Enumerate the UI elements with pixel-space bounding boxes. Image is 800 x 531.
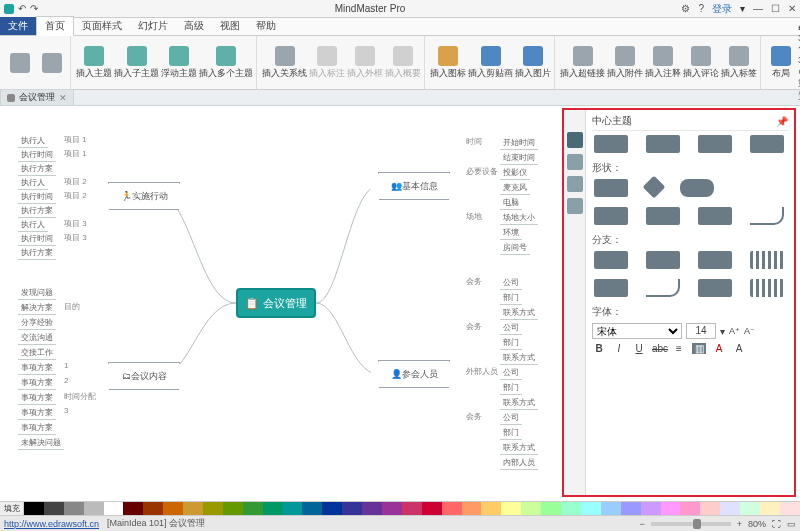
branch-se[interactable]: 👤 参会人员 [378,360,450,388]
leaf-node[interactable]: 部门 [500,336,522,350]
insert-note-button[interactable]: 插入注释 [645,46,681,80]
minimize-icon[interactable]: — [753,3,763,14]
strike-button[interactable]: abc [652,343,666,354]
insert-hyperlink-button[interactable]: 插入超链接 [560,46,605,80]
color-swatch[interactable] [561,502,581,515]
leaf-node[interactable]: 结束时间 [500,151,538,165]
leaf-node[interactable]: 投影仪 [500,166,530,180]
color-swatch[interactable] [760,502,780,515]
color-swatch[interactable] [422,502,442,515]
color-swatch[interactable] [223,502,243,515]
insert-attachment-button[interactable]: 插入附件 [607,46,643,80]
color-swatch[interactable] [700,502,720,515]
color-swatch[interactable] [263,502,283,515]
leaf-node[interactable]: 未解决问题 [18,436,64,450]
insert-subtopic-button[interactable]: 插入子主题 [114,46,159,80]
panel-tab-shape[interactable] [567,176,583,192]
clipboard-button[interactable] [37,53,67,73]
color-swatch[interactable] [521,502,541,515]
leaf-node[interactable]: 部门 [500,291,522,305]
insert-icon-button[interactable]: 插入图标 [430,46,466,80]
color-swatch[interactable] [104,502,124,515]
leaf-node[interactable]: 公司 [500,276,522,290]
color-swatch[interactable] [243,502,263,515]
insert-image-button[interactable]: 插入图片 [515,46,551,80]
color-swatch[interactable] [64,502,84,515]
layout-button[interactable]: 布局 [766,46,796,80]
branch-option[interactable] [594,251,628,269]
color-swatch[interactable] [720,502,740,515]
leaf-node[interactable]: 事项方案 [18,421,56,435]
color-swatch[interactable] [143,502,163,515]
branch-option[interactable] [750,251,784,269]
insert-clipart-button[interactable]: 插入剪贴画 [468,46,513,80]
shape-option[interactable] [732,179,766,197]
status-url[interactable]: http://www.edrawsoft.cn [4,519,99,529]
branch-sw[interactable]: 🗂 会议内容 [108,362,180,390]
help-icon[interactable]: ? [698,3,704,14]
align-button[interactable]: ≡ [672,343,686,354]
color-swatch[interactable] [203,502,223,515]
tab-home[interactable]: 首页 [36,16,74,36]
highlight-button[interactable]: ▥ [692,343,706,354]
shape-option[interactable] [698,207,732,225]
center-topic[interactable]: 📋会议管理 [236,288,316,318]
leaf-node[interactable]: 开始时间 [500,136,538,150]
floating-topic-button[interactable]: 浮动主题 [161,46,197,80]
leaf-node[interactable]: 执行人 [18,176,48,190]
leaf-node[interactable]: 事项方案 [18,406,56,420]
tab-help[interactable]: 帮助 [248,17,284,35]
color-swatch[interactable] [581,502,601,515]
fit-page-icon[interactable]: ⛶ [772,519,781,529]
font-size-input[interactable]: 14 [686,323,716,339]
italic-button[interactable]: I [612,343,626,354]
font-increase-button[interactable]: A⁺ [729,326,740,336]
leaf-node[interactable]: 执行方案 [18,204,56,218]
leaf-node[interactable]: 电脑 [500,196,522,210]
color-swatch[interactable] [501,502,521,515]
color-swatch[interactable] [44,502,64,515]
color-swatch[interactable] [24,502,44,515]
shape-option[interactable] [750,207,784,225]
color-swatch[interactable] [362,502,382,515]
branch-option[interactable] [698,279,732,297]
color-swatch[interactable] [382,502,402,515]
tab-view[interactable]: 视图 [212,17,248,35]
leaf-node[interactable]: 执行方案 [18,162,56,176]
branch-option[interactable] [750,279,784,297]
color-swatch[interactable] [322,502,342,515]
panel-tab-page[interactable] [567,198,583,214]
paste-button[interactable] [5,53,35,73]
branch-option[interactable] [594,279,628,297]
leaf-node[interactable]: 执行人 [18,218,48,232]
leaf-node[interactable]: 部门 [500,381,522,395]
color-swatch[interactable] [641,502,661,515]
shape-option[interactable] [680,179,714,197]
zoom-in-button[interactable]: + [737,519,742,529]
leaf-node[interactable]: 联系方式 [500,306,538,320]
leaf-node[interactable]: 交接工作 [18,346,56,360]
redo-icon[interactable]: ↷ [30,3,38,14]
file-menu[interactable]: 文件 [0,17,36,35]
case-button[interactable]: A [732,343,746,354]
leaf-node[interactable]: 发现问题 [18,286,56,300]
shape-option[interactable] [594,207,628,225]
leaf-node[interactable]: 事项方案 [18,376,56,390]
tab-slideshow[interactable]: 幻灯片 [130,17,176,35]
font-family-select[interactable]: 宋体 [592,323,682,339]
leaf-node[interactable]: 场地大小 [500,211,538,225]
color-swatch[interactable] [283,502,303,515]
color-swatch[interactable] [402,502,422,515]
leaf-node[interactable]: 联系方式 [500,396,538,410]
leaf-node[interactable]: 内部人员 [500,456,538,470]
insert-boundary-button[interactable]: 插入外框 [347,46,383,80]
shape-option[interactable] [643,176,666,199]
canvas[interactable]: 📋会议管理 🏃 实施行动 🗂 会议内容 👥 基本信息 👤 参会人员 执行人项目 … [0,106,560,501]
bold-button[interactable]: B [592,343,606,354]
fullscreen-icon[interactable]: ▭ [787,519,796,529]
leaf-node[interactable]: 交流沟通 [18,331,56,345]
layout-option[interactable] [698,135,732,153]
leaf-node[interactable]: 事项方案 [18,391,56,405]
color-swatch[interactable] [621,502,641,515]
panel-tab-layout[interactable] [567,154,583,170]
